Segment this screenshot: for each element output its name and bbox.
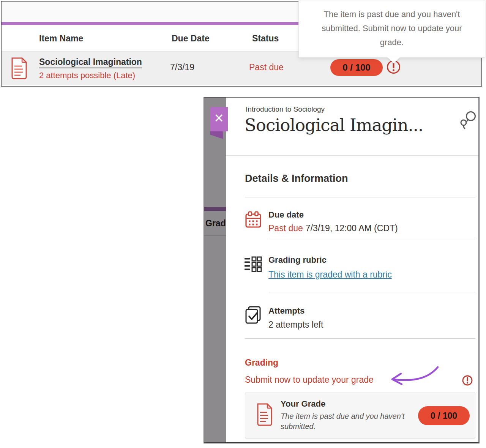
your-grade-note: The item is past due and you haven't sub… (281, 411, 412, 432)
divider (245, 338, 475, 339)
attempts-icon (245, 306, 263, 327)
rubric-icon (245, 255, 262, 275)
item-title-link[interactable]: Sociological Imagination (39, 57, 142, 68)
attempts-value: 2 attempts left (268, 320, 323, 330)
your-grade-label: Your Grade (281, 399, 325, 409)
rubric-label: Grading rubric (268, 255, 327, 265)
item-detail-panel: Introduction to Sociology Sociological I… (226, 97, 480, 443)
dimmed-row-divider (204, 235, 226, 236)
dimmed-page-strip: Grad (204, 97, 226, 443)
item-attempts-note: 2 attempts possible (Late) (39, 71, 142, 80)
attempts-label: Attempts (268, 306, 305, 316)
due-date-status: Past due (268, 223, 303, 233)
row-due-date: 7/3/19 (170, 62, 194, 73)
calendar-icon (245, 211, 261, 230)
grading-heading: Grading (245, 358, 278, 368)
due-date-value: Past due7/3/19, 12:00 AM (CDT) (268, 223, 398, 233)
tooltip-text: The item is past due and you haven't sub… (312, 7, 472, 49)
annotation-arrow-icon (381, 363, 441, 391)
column-header-due-date: Due Date (172, 33, 210, 44)
rubric-link[interactable]: This item is graded with a rubric (268, 270, 392, 280)
details-heading: Details & Information (245, 173, 348, 185)
close-button[interactable]: × (210, 107, 228, 131)
due-date-label: Due date (268, 210, 304, 220)
panel-title: Sociological Imagin... (245, 115, 423, 135)
document-icon (256, 403, 273, 428)
panel-header: Introduction to Sociology Sociological I… (226, 98, 478, 156)
item-name-block: Sociological Imagination 2 attempts poss… (39, 57, 142, 80)
dimmed-grade-column-header: Grad (205, 218, 226, 229)
past-due-tooltip: The item is past due and you haven't sub… (298, 0, 485, 58)
column-header-status: Status (252, 33, 279, 44)
row-status: Past due (249, 62, 284, 73)
grading-warning-icon[interactable] (462, 375, 473, 387)
course-label: Introduction to Sociology (246, 105, 325, 114)
divider (269, 292, 475, 292)
grade-pill: 0 / 100 (330, 59, 383, 76)
dimmed-accent-bar (204, 207, 226, 211)
document-icon (9, 57, 28, 81)
due-date-datetime: 7/3/19, 12:00 AM (CDT) (306, 223, 398, 233)
close-icon: × (214, 109, 224, 127)
divider (245, 197, 475, 197)
your-grade-card: Your Grade The item is past due and you … (245, 393, 475, 439)
divider (269, 239, 475, 239)
conversation-icon[interactable] (460, 110, 477, 133)
your-grade-pill: 0 / 100 (418, 406, 470, 425)
screenshot-stage: Item Name Due Date Status Sociological I… (0, 0, 486, 448)
column-header-item-name: Item Name (39, 33, 83, 44)
submit-now-message: Submit now to update your grade (245, 375, 374, 385)
